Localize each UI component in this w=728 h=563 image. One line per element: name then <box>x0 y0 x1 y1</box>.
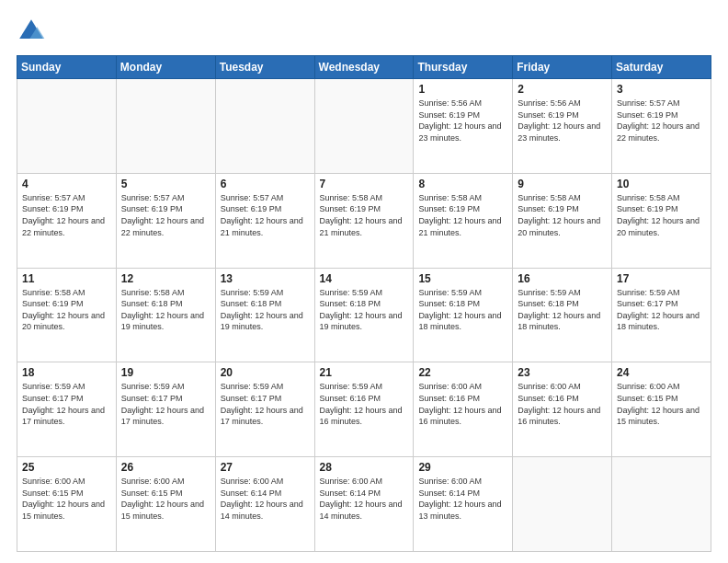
day-number: 7 <box>320 178 409 190</box>
day-cell: 14Sunrise: 5:59 AM Sunset: 6:18 PM Dayli… <box>314 268 414 362</box>
day-number: 20 <box>221 366 310 379</box>
day-number: 14 <box>320 272 409 285</box>
day-info: Sunrise: 5:57 AM Sunset: 6:19 PM Dayligh… <box>221 192 310 238</box>
page: SundayMondayTuesdayWednesdayThursdayFrid… <box>0 0 728 563</box>
week-row-1: 1Sunrise: 5:56 AM Sunset: 6:19 PM Daylig… <box>17 79 711 174</box>
day-cell <box>116 79 215 174</box>
day-info: Sunrise: 5:57 AM Sunset: 6:19 PM Dayligh… <box>121 192 210 238</box>
day-cell: 2Sunrise: 5:56 AM Sunset: 6:19 PM Daylig… <box>513 79 612 174</box>
day-cell: 25Sunrise: 6:00 AM Sunset: 6:15 PM Dayli… <box>17 457 117 552</box>
header <box>17 17 711 46</box>
day-cell: 17Sunrise: 5:59 AM Sunset: 6:17 PM Dayli… <box>612 268 711 362</box>
day-cell: 6Sunrise: 5:57 AM Sunset: 6:19 PM Daylig… <box>215 173 314 268</box>
day-number: 6 <box>221 178 310 190</box>
day-info: Sunrise: 5:58 AM Sunset: 6:19 PM Dayligh… <box>518 192 607 238</box>
day-number: 26 <box>121 461 210 474</box>
day-number: 28 <box>320 461 409 474</box>
day-cell <box>612 457 711 552</box>
week-row-4: 18Sunrise: 5:59 AM Sunset: 6:17 PM Dayli… <box>17 362 711 457</box>
day-info: Sunrise: 5:59 AM Sunset: 6:17 PM Dayligh… <box>221 381 310 427</box>
day-cell: 29Sunrise: 6:00 AM Sunset: 6:14 PM Dayli… <box>414 457 513 552</box>
day-number: 4 <box>22 178 111 190</box>
week-row-2: 4Sunrise: 5:57 AM Sunset: 6:19 PM Daylig… <box>17 173 711 268</box>
day-cell: 1Sunrise: 5:56 AM Sunset: 6:19 PM Daylig… <box>414 79 513 174</box>
day-cell: 13Sunrise: 5:59 AM Sunset: 6:18 PM Dayli… <box>215 268 314 362</box>
day-cell: 22Sunrise: 6:00 AM Sunset: 6:16 PM Dayli… <box>414 362 513 457</box>
weekday-saturday: Saturday <box>612 56 711 79</box>
weekday-friday: Friday <box>513 56 612 79</box>
day-cell: 16Sunrise: 5:59 AM Sunset: 6:18 PM Dayli… <box>513 268 612 362</box>
day-info: Sunrise: 5:57 AM Sunset: 6:19 PM Dayligh… <box>617 98 706 144</box>
day-info: Sunrise: 6:00 AM Sunset: 6:16 PM Dayligh… <box>518 381 607 427</box>
day-number: 22 <box>418 366 507 379</box>
day-info: Sunrise: 6:00 AM Sunset: 6:14 PM Dayligh… <box>418 476 507 522</box>
day-cell <box>17 79 117 174</box>
day-number: 2 <box>518 83 607 96</box>
weekday-header-row: SundayMondayTuesdayWednesdayThursdayFrid… <box>17 56 711 79</box>
day-info: Sunrise: 5:59 AM Sunset: 6:18 PM Dayligh… <box>221 287 310 333</box>
day-cell: 23Sunrise: 6:00 AM Sunset: 6:16 PM Dayli… <box>513 362 612 457</box>
day-info: Sunrise: 6:00 AM Sunset: 6:15 PM Dayligh… <box>121 476 210 522</box>
day-cell: 7Sunrise: 5:58 AM Sunset: 6:19 PM Daylig… <box>314 173 414 268</box>
day-number: 13 <box>221 272 310 285</box>
day-info: Sunrise: 5:59 AM Sunset: 6:16 PM Dayligh… <box>320 381 409 427</box>
day-cell: 11Sunrise: 5:58 AM Sunset: 6:19 PM Dayli… <box>17 268 117 362</box>
day-cell: 5Sunrise: 5:57 AM Sunset: 6:19 PM Daylig… <box>116 173 215 268</box>
day-info: Sunrise: 6:00 AM Sunset: 6:15 PM Dayligh… <box>617 381 706 427</box>
day-info: Sunrise: 6:00 AM Sunset: 6:14 PM Dayligh… <box>221 476 310 522</box>
day-number: 29 <box>418 461 507 474</box>
day-info: Sunrise: 5:59 AM Sunset: 6:17 PM Dayligh… <box>22 381 111 427</box>
day-cell: 10Sunrise: 5:58 AM Sunset: 6:19 PM Dayli… <box>612 173 711 268</box>
day-info: Sunrise: 5:56 AM Sunset: 6:19 PM Dayligh… <box>518 98 607 144</box>
day-number: 27 <box>221 461 310 474</box>
week-row-3: 11Sunrise: 5:58 AM Sunset: 6:19 PM Dayli… <box>17 268 711 362</box>
day-cell: 26Sunrise: 6:00 AM Sunset: 6:15 PM Dayli… <box>116 457 215 552</box>
day-cell: 28Sunrise: 6:00 AM Sunset: 6:14 PM Dayli… <box>314 457 414 552</box>
day-cell: 4Sunrise: 5:57 AM Sunset: 6:19 PM Daylig… <box>17 173 117 268</box>
day-cell: 20Sunrise: 5:59 AM Sunset: 6:17 PM Dayli… <box>215 362 314 457</box>
day-cell: 19Sunrise: 5:59 AM Sunset: 6:17 PM Dayli… <box>116 362 215 457</box>
day-cell: 21Sunrise: 5:59 AM Sunset: 6:16 PM Dayli… <box>314 362 414 457</box>
day-number: 1 <box>418 83 507 96</box>
day-cell: 15Sunrise: 5:59 AM Sunset: 6:18 PM Dayli… <box>414 268 513 362</box>
day-number: 9 <box>518 178 607 190</box>
day-number: 15 <box>418 272 507 285</box>
day-cell: 8Sunrise: 5:58 AM Sunset: 6:19 PM Daylig… <box>414 173 513 268</box>
weekday-thursday: Thursday <box>414 56 513 79</box>
day-number: 18 <box>22 366 111 379</box>
day-info: Sunrise: 5:58 AM Sunset: 6:19 PM Dayligh… <box>320 192 409 238</box>
day-cell: 9Sunrise: 5:58 AM Sunset: 6:19 PM Daylig… <box>513 173 612 268</box>
week-row-5: 25Sunrise: 6:00 AM Sunset: 6:15 PM Dayli… <box>17 457 711 552</box>
logo <box>17 17 50 46</box>
day-number: 25 <box>22 461 111 474</box>
day-cell <box>314 79 414 174</box>
day-info: Sunrise: 5:56 AM Sunset: 6:19 PM Dayligh… <box>418 98 507 144</box>
day-info: Sunrise: 5:58 AM Sunset: 6:19 PM Dayligh… <box>418 192 507 238</box>
day-info: Sunrise: 5:59 AM Sunset: 6:18 PM Dayligh… <box>518 287 607 333</box>
day-number: 17 <box>617 272 706 285</box>
day-cell <box>513 457 612 552</box>
day-number: 5 <box>121 178 210 190</box>
day-info: Sunrise: 6:00 AM Sunset: 6:16 PM Dayligh… <box>418 381 507 427</box>
day-info: Sunrise: 6:00 AM Sunset: 6:15 PM Dayligh… <box>22 476 111 522</box>
day-cell: 24Sunrise: 6:00 AM Sunset: 6:15 PM Dayli… <box>612 362 711 457</box>
day-info: Sunrise: 5:58 AM Sunset: 6:19 PM Dayligh… <box>617 192 706 238</box>
day-cell <box>215 79 314 174</box>
day-info: Sunrise: 5:59 AM Sunset: 6:17 PM Dayligh… <box>121 381 210 427</box>
day-info: Sunrise: 5:59 AM Sunset: 6:18 PM Dayligh… <box>418 287 507 333</box>
day-info: Sunrise: 5:59 AM Sunset: 6:18 PM Dayligh… <box>320 287 409 333</box>
weekday-sunday: Sunday <box>17 56 117 79</box>
day-number: 12 <box>121 272 210 285</box>
day-info: Sunrise: 5:59 AM Sunset: 6:17 PM Dayligh… <box>617 287 706 333</box>
weekday-wednesday: Wednesday <box>314 56 414 79</box>
day-number: 16 <box>518 272 607 285</box>
calendar-table: SundayMondayTuesdayWednesdayThursdayFrid… <box>17 55 711 552</box>
day-cell: 3Sunrise: 5:57 AM Sunset: 6:19 PM Daylig… <box>612 79 711 174</box>
weekday-tuesday: Tuesday <box>215 56 314 79</box>
day-number: 24 <box>617 366 706 379</box>
day-info: Sunrise: 5:58 AM Sunset: 6:18 PM Dayligh… <box>121 287 210 333</box>
day-info: Sunrise: 6:00 AM Sunset: 6:14 PM Dayligh… <box>320 476 409 522</box>
day-number: 19 <box>121 366 210 379</box>
day-number: 23 <box>518 366 607 379</box>
day-number: 10 <box>617 178 706 190</box>
